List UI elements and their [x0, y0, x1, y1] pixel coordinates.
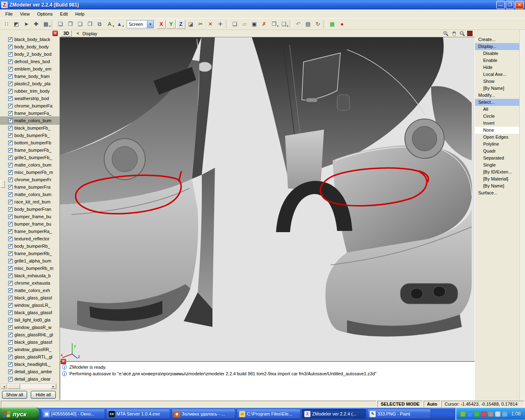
layer-item[interactable]: chrome_exhausta: [0, 279, 59, 287]
layer-checkbox[interactable]: [8, 333, 13, 337]
delete-selection-icon[interactable]: ✕: [206, 20, 215, 29]
command-item[interactable]: Surface...: [475, 189, 519, 196]
layer-item[interactable]: race_kit_red_bum: [0, 198, 59, 205]
toolbar-icon[interactable]: [290, 20, 292, 28]
command-item[interactable]: Circle: [475, 113, 519, 120]
layers-horizontal-scrollbar[interactable]: ◄ ►: [1, 383, 57, 389]
render-icon[interactable]: ●: [338, 20, 347, 29]
layer-item[interactable]: matte_colors_bum: [0, 117, 59, 124]
layer-checkbox[interactable]: [8, 52, 13, 57]
taskbar-task-button[interactable]: ◆ Заливка удалась - ...: [171, 409, 235, 419]
manipulate-icon[interactable]: ✚: [32, 20, 41, 29]
command-item[interactable]: All: [475, 106, 519, 113]
layer-item[interactable]: window_glassRR_: [0, 346, 59, 353]
layer-checkbox[interactable]: [8, 310, 13, 315]
volume-icon[interactable]: [495, 411, 500, 417]
layer-item[interactable]: bumper_frame_bu: [0, 220, 59, 228]
layer-checkbox[interactable]: [8, 170, 13, 175]
layer-checkbox[interactable]: [8, 244, 13, 249]
scheduler-icon[interactable]: [460, 411, 466, 417]
layer-checkbox[interactable]: [8, 303, 13, 308]
layer-checkbox[interactable]: [8, 340, 13, 345]
layer-checkbox[interactable]: [8, 82, 13, 86]
graphics-icon[interactable]: [488, 411, 493, 417]
layer-item[interactable]: matte_colors_bum: [0, 191, 59, 198]
layer-checkbox[interactable]: [8, 200, 13, 204]
menu-item[interactable]: Help: [71, 10, 88, 18]
export-menu-icon[interactable]: ❑: [279, 20, 288, 29]
command-item[interactable]: Quadr: [475, 148, 519, 155]
layer-checkbox[interactable]: [8, 67, 13, 71]
layer-checkbox[interactable]: [8, 347, 13, 352]
layer-item[interactable]: body_body_body: [0, 43, 59, 50]
command-item[interactable]: [By Material]: [475, 176, 519, 183]
axis-button[interactable]: Y: [167, 20, 176, 29]
taskbar-task-button[interactable]: ▣ [405556640] - Окно...: [41, 409, 105, 419]
layer-checkbox[interactable]: [8, 133, 13, 138]
layer-item[interactable]: frame_bumperRb_: [0, 250, 59, 257]
command-item[interactable]: [By Name]: [475, 85, 519, 92]
layer-checkbox[interactable]: [8, 163, 13, 167]
layer-item[interactable]: window_glassLR_: [0, 301, 59, 309]
view-back-button[interactable]: <: [75, 31, 81, 37]
layer-item[interactable]: frame_bumperRa_: [0, 228, 59, 235]
layer-item[interactable]: glass_glassRHL_gl: [0, 331, 59, 338]
layer-item[interactable]: black_bumperFb_: [0, 124, 59, 132]
layer-checkbox[interactable]: [8, 74, 13, 79]
layer-checkbox[interactable]: [8, 45, 13, 49]
layer-checkbox[interactable]: [8, 59, 13, 64]
layer-item[interactable]: bumper_frame_bu: [0, 213, 59, 220]
new-file-icon[interactable]: ❏: [230, 20, 239, 29]
layer-item[interactable]: black_glass_glassl: [0, 294, 59, 301]
layer-checkbox[interactable]: [8, 185, 13, 189]
start-button[interactable]: пуск: [0, 408, 39, 420]
toolbar-icon[interactable]: [324, 20, 326, 28]
menu-item[interactable]: Edit: [56, 10, 71, 18]
command-item[interactable]: Hide: [475, 64, 519, 71]
scroll-right-icon[interactable]: ►: [50, 384, 56, 389]
taskbar-task-button[interactable]: cx MTA Server 1.0.4.exe: [106, 409, 170, 419]
layer-item[interactable]: chrome_bumperFr: [0, 176, 59, 183]
cursor-select-icon[interactable]: ➤: [22, 20, 31, 29]
layer-checkbox[interactable]: [8, 288, 13, 293]
layer-checkbox[interactable]: [8, 362, 13, 367]
layer-item[interactable]: grille1_alpha_bum: [0, 257, 59, 265]
viewport-maximize-toggle[interactable]: [467, 31, 472, 36]
maximize-button[interactable]: ❐: [506, 1, 514, 9]
layer-item[interactable]: frame_body_fram: [0, 73, 59, 80]
view-paste-icon[interactable]: ❐: [66, 20, 75, 29]
layer-item[interactable]: emblem_body_em: [0, 65, 59, 73]
text-tool-icon[interactable]: A: [105, 20, 114, 29]
layer-checkbox[interactable]: [8, 229, 13, 234]
minimize-button[interactable]: —: [496, 1, 505, 9]
layer-checkbox[interactable]: [8, 37, 13, 42]
snap-options-icon[interactable]: ▦: [41, 20, 50, 29]
command-item[interactable]: Modify...: [475, 92, 519, 99]
layer-checkbox[interactable]: [8, 207, 13, 212]
layer-item[interactable]: body_bumperFran: [0, 205, 59, 213]
layer-item[interactable]: textured_reflector: [0, 235, 59, 242]
layer-checkbox[interactable]: [8, 237, 13, 241]
layer-checkbox[interactable]: [8, 148, 13, 153]
select-faces-icon[interactable]: ◩: [12, 20, 21, 29]
command-item[interactable]: Separated: [475, 155, 519, 162]
menu-item[interactable]: View: [16, 10, 34, 18]
command-item[interactable]: Single: [475, 162, 519, 169]
layer-item[interactable]: matte_colors_bum: [0, 161, 59, 169]
command-item[interactable]: Polyline: [475, 141, 519, 148]
layer-checkbox[interactable]: [8, 274, 13, 278]
view-mode-button[interactable]: 3D: [61, 30, 72, 37]
command-item[interactable]: Display...: [475, 43, 519, 50]
uv-eraser-icon[interactable]: ◪: [186, 20, 195, 29]
layer-checkbox[interactable]: [8, 155, 13, 160]
layer-item[interactable]: misc_bumperFb_m: [0, 169, 59, 176]
hide-all-button[interactable]: Hide all: [31, 391, 56, 399]
command-item[interactable]: Create...: [475, 36, 519, 43]
scrollbar-thumb[interactable]: [8, 384, 20, 389]
layer-checkbox[interactable]: [8, 96, 13, 101]
close-log-icon[interactable]: ✕: [61, 359, 66, 364]
view-copy-icon[interactable]: ❏: [56, 20, 65, 29]
layer-checkbox[interactable]: [8, 281, 13, 285]
layer-item[interactable]: defrost_lines_bod: [0, 58, 59, 65]
layer-checkbox[interactable]: [8, 259, 13, 263]
